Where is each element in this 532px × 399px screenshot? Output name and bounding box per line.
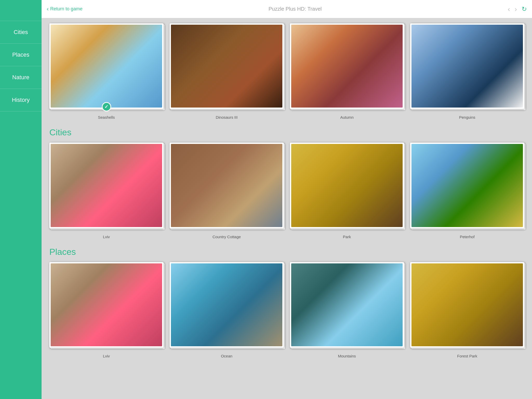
- puzzle-label: Mountains: [338, 354, 356, 358]
- puzzle-label: Country Cottage: [212, 235, 241, 239]
- puzzle-image: [51, 263, 162, 346]
- puzzle-card[interactable]: ✓Seashells: [49, 23, 163, 119]
- puzzle-image: [411, 25, 523, 108]
- completed-badge: ✓: [102, 102, 111, 111]
- puzzle-image-wrapper: [49, 143, 163, 228]
- puzzle-image: [171, 25, 282, 108]
- puzzle-grid-1: LvivCountry CottageParkPeterhof: [49, 143, 524, 239]
- next-button[interactable]: ›: [515, 6, 517, 12]
- puzzle-card[interactable]: Forest Park: [410, 262, 524, 358]
- puzzle-card[interactable]: Country Cottage: [170, 143, 284, 239]
- puzzle-label: Ocean: [221, 354, 232, 358]
- sidebar: CitiesPlacesNatureHistory: [0, 0, 42, 399]
- puzzle-image-wrapper: [410, 262, 524, 348]
- photo-stack-front: [290, 262, 404, 348]
- puzzle-image-wrapper: [290, 23, 404, 109]
- puzzle-label: Seashells: [98, 115, 115, 119]
- sidebar-item-nature[interactable]: Nature: [0, 66, 42, 89]
- puzzle-grid-2: LvivOceanMountainsForest Park: [49, 262, 524, 358]
- puzzle-card[interactable]: Lviv: [49, 262, 163, 358]
- photo-stack-front: [410, 262, 524, 348]
- main-area: ‹ Return to game Puzzle Plus HD: Travel …: [42, 0, 532, 399]
- puzzle-image: [291, 25, 403, 108]
- puzzle-label: Park: [343, 235, 351, 239]
- photo-stack-front: [170, 23, 284, 109]
- sidebar-item-history[interactable]: History: [0, 89, 42, 111]
- topbar: ‹ Return to game Puzzle Plus HD: Travel …: [42, 0, 532, 18]
- refresh-button[interactable]: ↻: [522, 6, 527, 12]
- puzzle-label: Forest Park: [457, 354, 477, 358]
- section-heading-1: Cities: [49, 127, 524, 137]
- photo-stack-front: [410, 143, 524, 228]
- back-button[interactable]: ‹ Return to game: [47, 6, 82, 12]
- photo-stack-front: [49, 262, 163, 348]
- puzzle-label: Lviv: [103, 354, 110, 358]
- puzzle-image: [291, 263, 403, 346]
- puzzle-label: Penguins: [459, 115, 475, 119]
- puzzle-card[interactable]: Penguins: [410, 23, 524, 119]
- puzzle-image: [291, 144, 403, 227]
- back-chevron-icon: ‹: [47, 6, 49, 12]
- puzzle-card[interactable]: Park: [290, 143, 404, 239]
- back-label: Return to game: [50, 6, 82, 12]
- puzzle-image: [51, 25, 162, 108]
- puzzle-image-wrapper: [410, 23, 524, 109]
- puzzle-label: Lviv: [103, 235, 110, 239]
- topbar-title: Puzzle Plus HD: Travel: [82, 6, 508, 12]
- photo-stack-front: [290, 143, 404, 228]
- prev-button[interactable]: ‹: [508, 6, 510, 12]
- puzzle-image-wrapper: ✓: [49, 23, 163, 109]
- puzzle-card[interactable]: Dinosaurs III: [170, 23, 284, 119]
- photo-stack-front: [170, 262, 284, 348]
- section-heading-2: Places: [49, 247, 524, 257]
- photo-stack-front: [290, 23, 404, 109]
- puzzle-image-wrapper: [290, 143, 404, 228]
- puzzle-card[interactable]: Ocean: [170, 262, 284, 358]
- puzzle-card[interactable]: Autumn: [290, 23, 404, 119]
- photo-stack-front: [49, 23, 163, 109]
- sidebar-item-cities[interactable]: Cities: [0, 21, 42, 44]
- puzzle-image: [171, 263, 282, 346]
- puzzle-image-wrapper: [290, 262, 404, 348]
- puzzle-label: Autumn: [340, 115, 354, 119]
- puzzle-image: [411, 263, 523, 346]
- puzzle-image-wrapper: [410, 143, 524, 228]
- puzzle-image-wrapper: [49, 262, 163, 348]
- sidebar-item-places[interactable]: Places: [0, 44, 42, 66]
- content-area: ✓SeashellsDinosaurs IIIAutumnPenguinsCit…: [42, 18, 532, 399]
- puzzle-card[interactable]: Mountains: [290, 262, 404, 358]
- puzzle-grid-0: ✓SeashellsDinosaurs IIIAutumnPenguins: [49, 23, 524, 119]
- puzzle-image: [411, 144, 523, 227]
- puzzle-image-wrapper: [170, 143, 284, 228]
- photo-stack-front: [170, 143, 284, 228]
- puzzle-card[interactable]: Lviv: [49, 143, 163, 239]
- puzzle-image: [51, 144, 162, 227]
- photo-stack-front: [410, 23, 524, 109]
- puzzle-image: [171, 144, 282, 227]
- puzzle-image-wrapper: [170, 23, 284, 109]
- puzzle-card[interactable]: Peterhof: [410, 143, 524, 239]
- puzzle-label: Dinosaurs III: [216, 115, 237, 119]
- puzzle-label: Peterhof: [460, 235, 475, 239]
- photo-stack-front: [49, 143, 163, 228]
- puzzle-image-wrapper: [170, 262, 284, 348]
- topbar-controls: ‹ › ↻: [508, 6, 527, 12]
